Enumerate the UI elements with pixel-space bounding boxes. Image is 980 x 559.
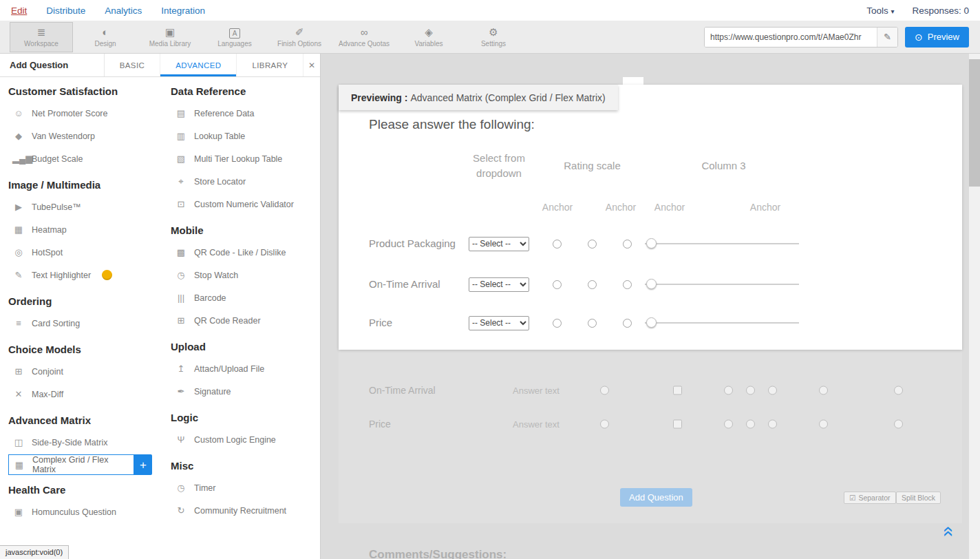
- question-type-net-promoter-score[interactable]: ☺ Net Promoter Score: [8, 102, 171, 125]
- slider[interactable]: [645, 238, 799, 249]
- question-type-heatmap[interactable]: ▦ Heatmap: [8, 218, 171, 241]
- scroll-to-top-button[interactable]: «: [944, 522, 955, 541]
- tab-advanced[interactable]: ADVANCED: [160, 54, 237, 76]
- section-customer-satisfaction: Customer Satisfaction ☺ Net Promoter Sco…: [8, 85, 171, 170]
- checkbox[interactable]: [673, 420, 682, 429]
- nav-distribute[interactable]: Distribute: [46, 6, 85, 16]
- toolbar-workspace[interactable]: ≣ Workspace: [10, 22, 73, 52]
- image-icon: ▣: [165, 26, 175, 38]
- tab-library[interactable]: LIBRARY: [237, 54, 303, 76]
- link-icon: ∞: [361, 26, 368, 38]
- question-type-complex-grid[interactable]: ▦ Complex Grid / Flex Matrix: [8, 454, 134, 475]
- chevron-down-icon: ▾: [891, 8, 894, 15]
- new-feature-badge: [102, 270, 112, 280]
- add-question-button[interactable]: Add Question: [620, 488, 692, 507]
- question-type-signature[interactable]: ✒ Signature: [171, 380, 317, 403]
- qr-code-icon: ▩: [175, 247, 187, 257]
- row-dropdown[interactable]: -- Select --: [469, 237, 529, 251]
- scrollbar-thumb[interactable]: [969, 59, 980, 187]
- tools-menu[interactable]: Tools ▾: [866, 6, 894, 16]
- toolbar-languages[interactable]: A Languages: [202, 26, 267, 48]
- rating-radio[interactable]: [553, 319, 562, 328]
- toolbar-variables[interactable]: ◈ Variables: [396, 26, 461, 48]
- slider[interactable]: [645, 317, 799, 328]
- checkbox[interactable]: [673, 386, 682, 395]
- question-type-card-sorting[interactable]: ≡ Card Sorting: [8, 312, 171, 335]
- edit-url-button[interactable]: ✎: [877, 28, 897, 47]
- tab-basic[interactable]: BASIC: [105, 54, 161, 76]
- rating-radio[interactable]: [588, 319, 597, 328]
- panel-title: Add Question: [0, 54, 105, 76]
- radio-button[interactable]: [724, 420, 733, 429]
- question-type-qr-reader[interactable]: ⊞ QR Code Reader: [171, 309, 317, 332]
- rating-radio[interactable]: [623, 280, 632, 289]
- nav-edit[interactable]: Edit: [11, 6, 27, 16]
- question-type-van-westendorp[interactable]: ◆ Van Westendorp: [8, 125, 171, 147]
- radio-button[interactable]: [894, 386, 903, 395]
- rating-radio[interactable]: [623, 319, 632, 328]
- question-type-hotspot[interactable]: ◎ HotSpot: [8, 241, 171, 264]
- question-type-max-diff[interactable]: ✕ Max-Diff: [8, 383, 171, 405]
- heatmap-icon: ▦: [12, 224, 25, 235]
- question-type-multi-tier-lookup[interactable]: ▧ Multi Tier Lookup Table: [171, 147, 317, 170]
- question-type-budget-scale[interactable]: ▂▄▆ Budget Scale: [8, 147, 171, 170]
- question-type-attach-upload[interactable]: ↥ Attach/Upload File: [171, 357, 317, 380]
- question-type-lookup-table[interactable]: ▥ Lookup Table: [171, 125, 317, 147]
- slider-thumb[interactable]: [646, 317, 657, 328]
- radio-button[interactable]: [600, 420, 609, 429]
- radio-button[interactable]: [894, 420, 903, 429]
- responses-count[interactable]: Responses: 0: [912, 6, 969, 16]
- question-type-custom-numeric-validator[interactable]: ⊡ Custom Numeric Validator: [171, 193, 317, 215]
- list-icon: ≡: [12, 318, 25, 328]
- radio-button[interactable]: [768, 386, 777, 395]
- toolbar-finish-options[interactable]: ✐ Finish Options: [267, 26, 332, 48]
- row-dropdown[interactable]: -- Select --: [469, 277, 529, 292]
- radio-button[interactable]: [819, 420, 828, 429]
- question-type-homunculus[interactable]: ▣ Homunculus Question: [8, 500, 171, 523]
- matrix-row: Product Packaging -- Select --: [369, 222, 804, 265]
- nav-integration[interactable]: Integration: [161, 6, 205, 16]
- question-type-custom-logic-engine[interactable]: Ψ Custom Logic Engine: [171, 428, 317, 451]
- question-type-side-by-side-matrix[interactable]: ◫ Side-By-Side Matrix: [8, 431, 171, 454]
- question-type-store-locator[interactable]: ⌖ Store Locator: [171, 170, 317, 193]
- radio-button[interactable]: [724, 386, 733, 395]
- slider[interactable]: [645, 279, 799, 290]
- gear-icon: ⚙: [489, 26, 498, 38]
- close-panel-button[interactable]: ✕: [303, 54, 320, 76]
- rating-radio[interactable]: [588, 280, 597, 289]
- split-block-button[interactable]: Split Block: [896, 492, 941, 504]
- toolbar-design[interactable]: ◐ Design: [73, 26, 138, 48]
- question-type-reference-data[interactable]: ▤ Reference Data: [171, 102, 317, 125]
- radio-button[interactable]: [600, 386, 609, 395]
- rating-radio[interactable]: [588, 240, 597, 249]
- question-type-barcode[interactable]: ||| Barcode: [171, 286, 317, 309]
- row-dropdown[interactable]: -- Select --: [469, 316, 529, 330]
- radio-button[interactable]: [819, 386, 828, 395]
- question-type-timer[interactable]: ◷ Timer: [171, 476, 317, 499]
- question-type-tubepulse[interactable]: ▶ TubePulse™: [8, 196, 171, 218]
- slider-thumb[interactable]: [646, 279, 657, 289]
- nav-analytics[interactable]: Analytics: [105, 6, 142, 16]
- slider-thumb[interactable]: [646, 238, 657, 249]
- question-type-conjoint[interactable]: ⊞ Conjoint: [8, 360, 171, 383]
- question-type-text-highlighter[interactable]: ✎ Text Highlighter: [8, 264, 171, 286]
- radio-button[interactable]: [768, 420, 777, 429]
- rating-radio[interactable]: [623, 240, 632, 249]
- qr-reader-icon: ⊞: [175, 315, 187, 326]
- anchor-label: Anchor: [654, 202, 685, 213]
- toolbar-media-library[interactable]: ▣ Media Library: [138, 26, 202, 48]
- rating-radio[interactable]: [553, 240, 562, 249]
- toolbar-advance-quotas[interactable]: ∞ Advance Quotas: [332, 26, 396, 48]
- radio-button[interactable]: [746, 386, 755, 395]
- rating-radio[interactable]: [553, 280, 562, 289]
- toolbar-settings[interactable]: ⚙ Settings: [461, 26, 526, 48]
- separator-button[interactable]: ☑ Separator: [844, 492, 896, 504]
- add-complex-grid-button[interactable]: +: [134, 454, 152, 475]
- question-type-qr-like-dislike[interactable]: ▩ QR Code - Like / Dislike: [171, 241, 317, 264]
- question-type-community-recruitment[interactable]: ↻ Community Recruitment: [171, 499, 317, 522]
- vertical-scrollbar[interactable]: [968, 54, 980, 559]
- preview-button[interactable]: ⊙ Preview: [905, 27, 969, 48]
- question-type-stop-watch[interactable]: ◷ Stop Watch: [171, 264, 317, 286]
- survey-url-input[interactable]: [705, 28, 877, 47]
- radio-button[interactable]: [746, 420, 755, 429]
